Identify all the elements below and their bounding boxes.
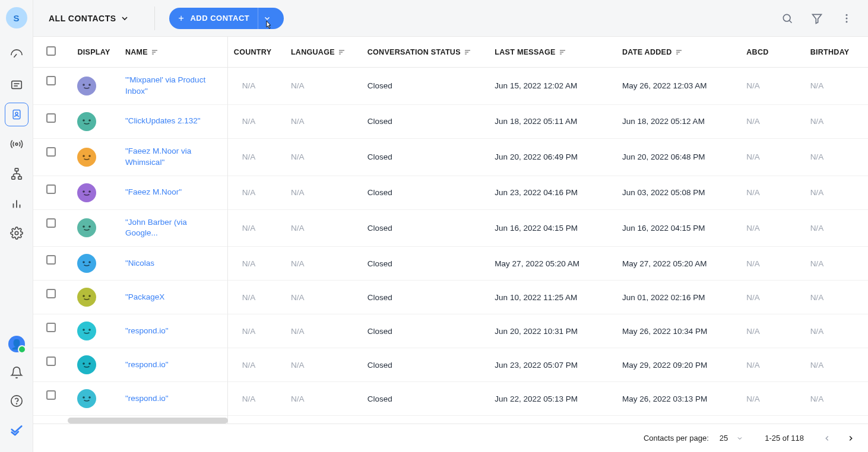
- next-page-button[interactable]: [844, 432, 857, 445]
- row-checkbox[interactable]: [46, 390, 56, 400]
- table-row[interactable]: "John Barber (via Google... N/A N/A Clos…: [33, 209, 868, 247]
- user-avatar[interactable]: 👤: [8, 336, 25, 352]
- svg-point-20: [846, 21, 848, 23]
- header-birthday[interactable]: BIRTHDAY: [804, 37, 868, 68]
- header-country[interactable]: COUNTRY: [227, 37, 285, 68]
- contact-name-link[interactable]: "PackageX: [125, 292, 164, 301]
- contact-name-link[interactable]: "respond.io": [125, 360, 169, 369]
- svg-point-46: [83, 262, 85, 264]
- help-icon[interactable]: [5, 389, 28, 413]
- row-checkbox[interactable]: [46, 76, 56, 85]
- segment-dropdown[interactable]: ALL CONTACTS: [49, 14, 129, 23]
- cell-status: Closed: [362, 382, 489, 416]
- chevron-down-icon: [736, 435, 743, 442]
- contacts-icon[interactable]: [5, 103, 28, 126]
- contact-avatar: [77, 218, 96, 237]
- add-contact-dropdown[interactable]: [258, 8, 275, 29]
- row-checkbox[interactable]: [46, 255, 56, 265]
- table-row[interactable]: "respond.io" N/A N/A Closed Jun 20, 2022…: [33, 314, 868, 348]
- svg-point-39: [89, 119, 91, 122]
- sort-icon: [676, 49, 684, 55]
- cell-status: Closed: [362, 314, 489, 348]
- header-status[interactable]: CONVERSATION STATUS: [362, 37, 489, 68]
- sort-icon: [559, 49, 568, 55]
- notifications-icon[interactable]: [5, 361, 28, 384]
- sort-icon: [338, 49, 347, 55]
- row-checkbox[interactable]: [46, 356, 56, 366]
- cell-dateadded: May 26, 2022 03:13 PM: [616, 382, 740, 416]
- table-row[interactable]: "respond.io" N/A N/A Closed Jun 22, 2022…: [33, 382, 868, 416]
- reports-icon[interactable]: [5, 192, 28, 215]
- contact-name-link[interactable]: "respond.io": [125, 326, 169, 335]
- dashboard-icon[interactable]: [5, 43, 28, 67]
- table-row[interactable]: "Faeez M.Noor" N/A N/A Closed Jun 23, 20…: [33, 176, 868, 209]
- svg-point-12: [15, 231, 18, 235]
- row-checkbox[interactable]: [46, 184, 56, 194]
- cell-birthday: N/A: [804, 382, 868, 416]
- contact-name-link[interactable]: "ClickUpdates 2.132": [125, 116, 201, 125]
- contact-name-link[interactable]: "respond.io": [125, 394, 169, 403]
- contact-name-link[interactable]: "Faeez M.Noor": [125, 187, 182, 196]
- cell-country: N/A: [227, 104, 285, 138]
- cell-dateadded: May 26, 2022 12:03 AM: [616, 68, 740, 105]
- table-row[interactable]: "Faeez M.Noor via Whimsical" N/A N/A Clo…: [33, 138, 868, 176]
- header-lastmsg[interactable]: LAST MESSAGE: [489, 37, 616, 68]
- search-icon[interactable]: [778, 9, 797, 28]
- svg-point-54: [83, 397, 85, 399]
- contact-name-link[interactable]: "'Mixpanel' via Product Inbox": [125, 75, 205, 96]
- cell-abcd: N/A: [740, 68, 804, 105]
- header-dateadded[interactable]: DATE ADDED: [616, 37, 740, 68]
- contact-name-link[interactable]: "Faeez M.Noor via Whimsical": [125, 147, 191, 167]
- workflow-icon[interactable]: [5, 162, 28, 186]
- cell-dateadded: Jun 20, 2022 03:16 PM: [616, 416, 740, 424]
- svg-point-13: [11, 396, 21, 406]
- cell-dateadded: May 27, 2022 05:20 AM: [616, 247, 740, 281]
- select-all-checkbox[interactable]: [46, 46, 56, 56]
- header-name[interactable]: NAME: [119, 37, 227, 68]
- header-display[interactable]: DISPLAY: [71, 37, 119, 68]
- workspace-avatar[interactable]: S: [6, 7, 27, 28]
- row-checkbox[interactable]: [46, 289, 56, 298]
- row-checkbox[interactable]: [46, 147, 56, 157]
- contact-name-link[interactable]: "Nicolas: [125, 259, 154, 268]
- prev-page-button[interactable]: [821, 432, 834, 445]
- broadcast-icon[interactable]: [5, 132, 28, 156]
- table-row[interactable]: "Nicolas N/A N/A Closed May 27, 2022 05:…: [33, 247, 868, 281]
- brand-icon[interactable]: [5, 418, 28, 441]
- cell-birthday: N/A: [804, 209, 868, 247]
- cell-abcd: N/A: [740, 138, 804, 176]
- more-icon[interactable]: [837, 9, 856, 28]
- cell-abcd: N/A: [740, 314, 804, 348]
- horizontal-scrollbar[interactable]: [68, 418, 228, 424]
- contacts-table: DISPLAY NAME COUNTRY LANGUAGE CONVERSATI…: [33, 37, 868, 452]
- cell-lastmsg: Jun 20, 2022 03:15 PM: [489, 416, 616, 424]
- plus-icon: +: [179, 13, 185, 24]
- cell-lastmsg: Jun 20, 2022 10:31 PM: [489, 314, 616, 348]
- row-checkbox[interactable]: [46, 218, 56, 228]
- header-abcd[interactable]: ABCD: [740, 37, 804, 68]
- add-contact-button[interactable]: + ADD CONTACT: [169, 8, 284, 29]
- table-row[interactable]: "respond.io" N/A N/A Closed Jun 23, 2022…: [33, 348, 868, 382]
- header-language[interactable]: LANGUAGE: [285, 37, 362, 68]
- table-row[interactable]: "'Mixpanel' via Product Inbox" N/A N/A C…: [33, 68, 868, 105]
- contact-name-link[interactable]: "John Barber (via Google...: [125, 218, 187, 238]
- filter-icon[interactable]: [807, 9, 826, 28]
- per-page-select[interactable]: 25: [715, 431, 748, 445]
- per-page-value: 25: [720, 434, 728, 443]
- cell-status: Closed: [362, 247, 489, 281]
- svg-point-42: [83, 190, 85, 193]
- cell-lastmsg: Jun 16, 2022 04:15 PM: [489, 209, 616, 247]
- row-checkbox[interactable]: [46, 113, 56, 123]
- messages-icon[interactable]: [5, 73, 28, 97]
- table-row[interactable]: "ClickUpdates 2.132" N/A N/A Closed Jun …: [33, 104, 868, 138]
- table-row[interactable]: "PackageX N/A N/A Closed Jun 10, 2022 11…: [33, 281, 868, 314]
- cell-birthday: N/A: [804, 314, 868, 348]
- settings-icon[interactable]: [5, 221, 28, 245]
- row-checkbox[interactable]: [46, 323, 56, 332]
- cell-country: N/A: [227, 281, 285, 314]
- svg-line-16: [790, 20, 792, 23]
- svg-point-48: [83, 295, 85, 298]
- cell-abcd: N/A: [740, 281, 804, 314]
- cell-lastmsg: Jun 20, 2022 06:49 PM: [489, 138, 616, 176]
- cell-abcd: N/A: [740, 348, 804, 382]
